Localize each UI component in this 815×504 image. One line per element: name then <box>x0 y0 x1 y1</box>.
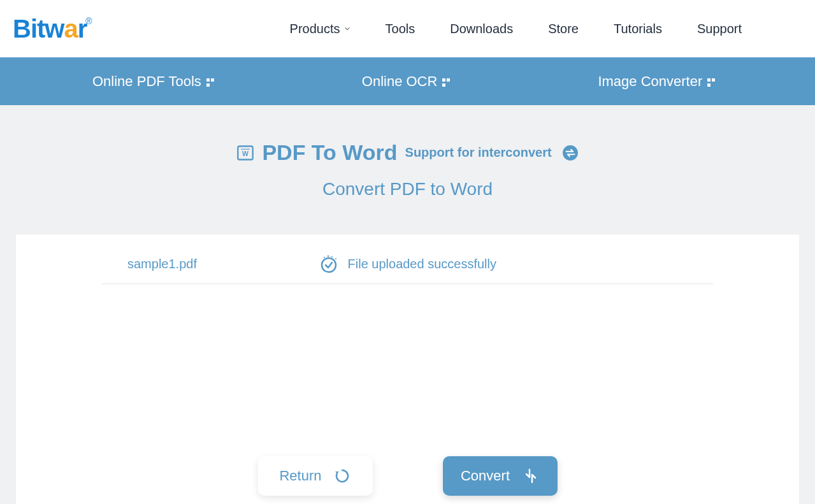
page-heading: W PDF To Word Support for interconvert C… <box>0 140 815 199</box>
file-status: File uploaded successfully <box>319 254 496 274</box>
subnav-ocr[interactable]: Online OCR <box>362 73 452 90</box>
nav-products[interactable]: Products <box>290 22 350 36</box>
file-row: sample1.pdf File uploaded successfully <box>102 250 713 284</box>
nav-downloads-label: Downloads <box>450 22 513 36</box>
svg-point-5 <box>324 257 325 258</box>
nav-downloads[interactable]: Downloads <box>450 22 513 36</box>
return-button-label: Return <box>279 468 321 484</box>
subnav-image-converter[interactable]: Image Converter <box>598 73 716 90</box>
page-title-text: PDF To Word <box>262 140 397 165</box>
subnav-ocr-label: Online OCR <box>362 73 438 90</box>
nav-store-label: Store <box>548 22 579 36</box>
nav-tools-label: Tools <box>386 22 415 36</box>
grid-icon <box>442 78 451 87</box>
upload-panel: sample1.pdf File uploaded successfully R… <box>16 234 799 504</box>
nav-tools[interactable]: Tools <box>386 22 415 36</box>
interconvert-icon <box>562 145 579 161</box>
svg-text:W: W <box>242 149 249 157</box>
svg-point-7 <box>331 256 333 257</box>
file-name: sample1.pdf <box>102 257 197 271</box>
subnav-pdf-tools-label: Online PDF Tools <box>92 73 201 90</box>
brand-logo[interactable]: Bitwar ® <box>13 15 92 43</box>
subnav-pdf-tools[interactable]: Online PDF Tools <box>92 73 215 90</box>
nav-support-label: Support <box>697 22 742 36</box>
svg-point-8 <box>335 258 336 259</box>
word-document-icon: W <box>236 144 254 162</box>
convert-button[interactable]: Convert <box>443 456 558 496</box>
sub-navigation: Online PDF Tools Online OCR Image Conver… <box>0 57 815 105</box>
upload-status-text: File uploaded successfully <box>348 257 496 271</box>
main-header: Bitwar ® Products Tools Downloads Store … <box>0 0 815 57</box>
grid-icon <box>206 78 215 87</box>
subnav-image-converter-label: Image Converter <box>598 73 702 90</box>
page-title-support: Support for interconvert <box>405 145 552 160</box>
svg-point-6 <box>327 256 329 257</box>
return-button[interactable]: Return <box>258 456 373 496</box>
convert-button-label: Convert <box>461 468 510 484</box>
return-icon <box>333 467 351 485</box>
chevron-down-icon <box>344 25 350 32</box>
page-subtitle: Convert PDF to Word <box>0 179 815 199</box>
nav-tutorials-label: Tutorials <box>614 22 662 36</box>
nav-tutorials[interactable]: Tutorials <box>614 22 662 36</box>
svg-point-4 <box>322 258 336 272</box>
nav-support[interactable]: Support <box>697 22 742 36</box>
nav-products-label: Products <box>290 22 340 36</box>
success-check-icon <box>319 254 339 274</box>
convert-icon <box>521 467 539 485</box>
action-buttons: Return Convert <box>16 456 799 496</box>
main-navigation: Products Tools Downloads Store Tutorials… <box>290 22 802 36</box>
svg-point-3 <box>563 145 578 161</box>
grid-icon <box>707 78 716 87</box>
nav-store[interactable]: Store <box>548 22 579 36</box>
